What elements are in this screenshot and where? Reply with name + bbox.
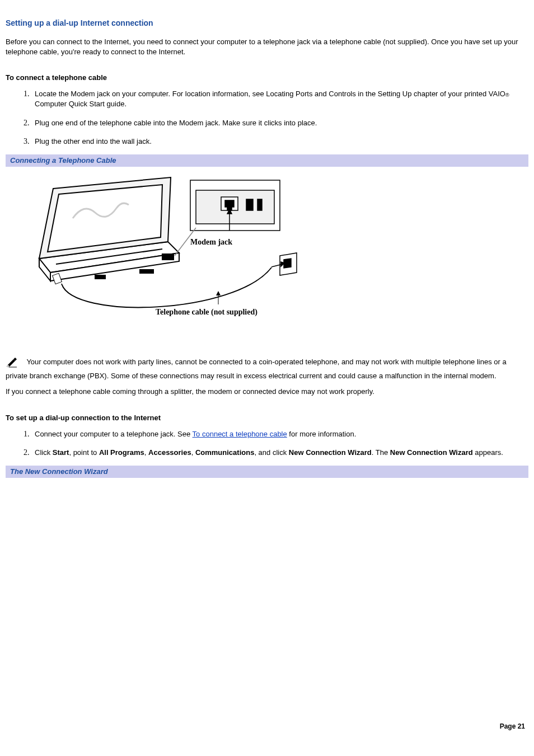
list-item: Click Start, point to All Programs, Acce…: [31, 447, 528, 458]
cable-label: Telephone cable (not supplied): [156, 308, 257, 317]
note-block: Your computer does not work with party l…: [6, 357, 528, 381]
section-connect-cable-heading: To connect a telephone cable: [6, 73, 528, 83]
svg-rect-15: [257, 199, 262, 210]
splitter-paragraph: If you connect a telephone cable coming …: [6, 387, 528, 397]
list-item: Plug one end of the telephone cable into…: [31, 118, 528, 128]
svg-marker-25: [216, 291, 221, 295]
section-dialup-heading: To set up a dial-up connection to the In…: [6, 413, 528, 423]
svg-rect-6: [95, 275, 105, 279]
list-item: Connect your computer to a telephone jac…: [31, 429, 528, 439]
svg-rect-7: [140, 270, 153, 273]
page-title: Setting up a dial-up Internet connection: [6, 18, 528, 29]
note-text: Your computer does not work with party l…: [6, 358, 507, 380]
banner-new-connection-wizard: The New Connection Wizard: [6, 466, 528, 478]
diagram-illustration: Modem jack Telephone cable (not supplied…: [22, 175, 313, 331]
svg-rect-14: [246, 199, 253, 210]
list-item: Locate the Modem jack on your computer. …: [31, 88, 528, 109]
link-connect-cable[interactable]: To connect a telephone cable: [193, 430, 287, 438]
modem-jack-label: Modem jack: [190, 238, 232, 246]
list-item: Plug the other end into the wall jack.: [31, 136, 528, 147]
intro-paragraph: Before you can connect to the Internet, …: [6, 37, 528, 57]
svg-rect-8: [162, 254, 174, 260]
note-icon: [6, 357, 19, 371]
steps-connect-cable: Locate the Modem jack on your computer. …: [6, 88, 528, 147]
registered-mark: ®: [505, 92, 509, 98]
banner-connecting-cable: Connecting a Telephone Cable: [6, 154, 528, 167]
steps-dialup: Connect your computer to a telephone jac…: [6, 429, 528, 458]
figure-telephone-cable: Modem jack Telephone cable (not supplied…: [6, 169, 534, 348]
svg-marker-20: [284, 259, 291, 268]
svg-rect-12: [225, 200, 234, 207]
